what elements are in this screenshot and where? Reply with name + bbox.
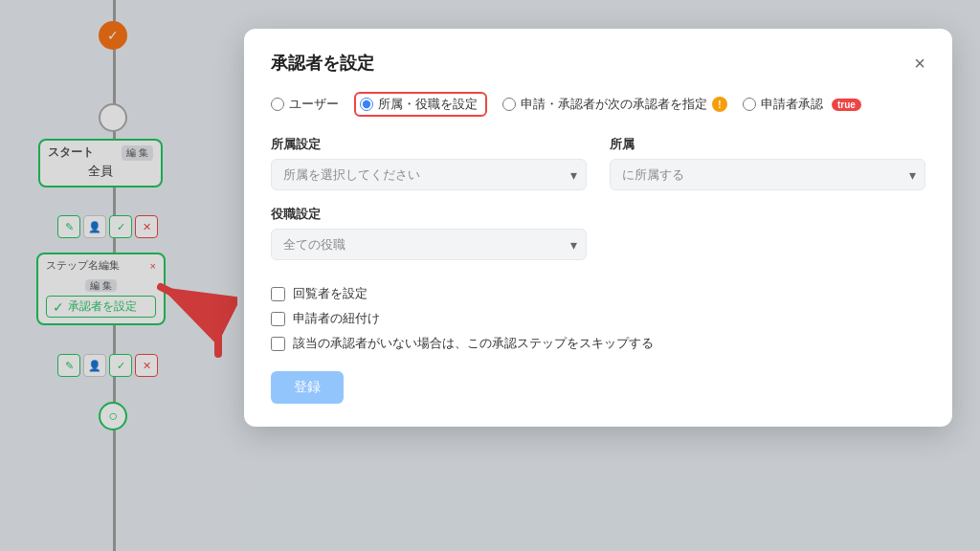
role-section: 役職設定 全ての役職 ▾ — [271, 206, 587, 260]
radio-group: ユーザー 所属・役職を設定 申請・承認者が次の承認者を指定 ! 申請者承認 tr… — [271, 92, 925, 117]
checkbox-viewer[interactable]: 回覧者を設定 — [271, 285, 925, 302]
checkbox-skip-input[interactable] — [271, 337, 285, 351]
role-select-wrapper: 全ての役職 ▾ — [271, 229, 587, 260]
checkbox-group: 回覧者を設定 申請者の紐付け 該当の承認者がいない場合は、この承認ステップをスキ… — [271, 285, 925, 352]
dept-section: 所属設定 所属を選択してください ▾ — [271, 136, 587, 190]
radio-dept-role[interactable]: 所属・役職を設定 — [354, 92, 487, 117]
modal-close-btn[interactable]: × — [914, 54, 925, 73]
radio-next-approver-input[interactable] — [502, 98, 516, 111]
checkbox-skip[interactable]: 該当の承認者がいない場合は、この承認ステップをスキップする — [271, 335, 925, 352]
register-btn[interactable]: 登録 — [271, 371, 344, 404]
role-select[interactable]: 全ての役職 — [271, 229, 587, 260]
radio-next-approver-label: 申請・承認者が次の承認者を指定 — [521, 96, 707, 113]
radio-user-label: ユーザー — [289, 96, 339, 113]
modal-dialog: 承認者を設定 × ユーザー 所属・役職を設定 申請・承認者が次の承認者を指定 !… — [244, 29, 952, 427]
radio-applicant[interactable]: 申請者承認 true — [743, 96, 861, 113]
checkbox-skip-label: 該当の承認者がいない場合は、この承認ステップをスキップする — [293, 335, 654, 352]
info-icon: ! — [712, 97, 727, 112]
dept-select[interactable]: 所属を選択してください — [271, 159, 587, 190]
belong-select[interactable]: に所属する — [610, 159, 925, 190]
checkbox-viewer-input[interactable] — [271, 287, 285, 301]
belong-section: 所属 に所属する ▾ — [610, 136, 925, 190]
radio-applicant-input[interactable] — [743, 98, 756, 111]
radio-dept-role-label: 所属・役職を設定 — [378, 96, 478, 113]
radio-next-approver[interactable]: 申請・承認者が次の承認者を指定 ! — [502, 96, 727, 113]
checkbox-applicant-link[interactable]: 申請者の紐付け — [271, 310, 925, 327]
form-left-column: 所属設定 所属を選択してください ▾ 役職設定 全ての役職 ▾ — [271, 136, 587, 276]
radio-applicant-label: 申請者承認 — [761, 96, 823, 113]
dept-section-label: 所属設定 — [271, 136, 587, 153]
role-section-label: 役職設定 — [271, 206, 587, 223]
new-badge: true — [832, 99, 861, 111]
belong-select-wrapper: に所属する ▾ — [610, 159, 925, 190]
modal-title: 承認者を設定 — [271, 52, 374, 75]
checkbox-viewer-label: 回覧者を設定 — [293, 285, 368, 302]
belong-section-label: 所属 — [610, 136, 925, 153]
form-grid: 所属設定 所属を選択してください ▾ 役職設定 全ての役職 ▾ — [271, 136, 925, 276]
radio-user-input[interactable] — [271, 98, 284, 111]
form-right-column: 所属 に所属する ▾ — [610, 136, 925, 276]
checkbox-applicant-link-label: 申請者の紐付け — [293, 310, 380, 327]
modal-header: 承認者を設定 × — [271, 52, 925, 75]
radio-user[interactable]: ユーザー — [271, 96, 339, 113]
radio-dept-role-input[interactable] — [360, 98, 373, 111]
dept-select-wrapper: 所属を選択してください ▾ — [271, 159, 587, 190]
checkbox-applicant-link-input[interactable] — [271, 312, 285, 326]
